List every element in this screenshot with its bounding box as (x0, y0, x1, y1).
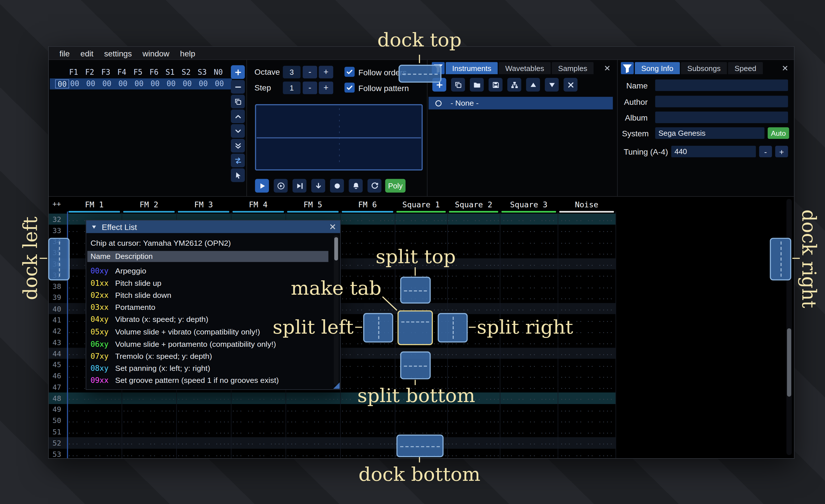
pattern-cell[interactable]: ... .. .. .... (122, 415, 176, 426)
menu-settings[interactable]: settings (99, 49, 137, 58)
pattern-cell[interactable]: ... .. .. .... (176, 404, 231, 415)
songinfo-tab-song-info[interactable]: Song Info (635, 62, 680, 74)
pattern-cell[interactable]: ... .. .. .... (447, 448, 500, 458)
pattern-cell[interactable]: ... .. .. .... (231, 415, 286, 426)
pattern-cell[interactable]: ... .. .. .... (340, 303, 395, 314)
order-cell[interactable]: 00 (86, 79, 102, 88)
order-cell[interactable]: 00 (70, 79, 86, 88)
cursor-button[interactable] (231, 168, 245, 182)
instrument-list-item[interactable]: - None - (429, 97, 613, 109)
pattern-cell[interactable]: ... .. .. .... (122, 437, 176, 448)
effect-row[interactable]: 09xxSet groove pattern (speed 1 if no gr… (87, 374, 332, 387)
effect-row[interactable]: 07xyTremolo (x: speed; y: depth) (87, 350, 332, 362)
tuning-input[interactable]: 440 (671, 146, 756, 157)
pattern-cell[interactable]: ... .. .. .... (286, 437, 340, 448)
pattern-scrollbar[interactable] (786, 199, 792, 455)
pattern-cell[interactable]: ... .. .. .... (500, 415, 558, 426)
step-row-button[interactable] (311, 179, 325, 193)
play-from-cursor-button[interactable] (293, 179, 306, 193)
dock-target-left[interactable] (48, 238, 70, 280)
pattern-cell[interactable]: ... .. .. .... (447, 281, 500, 292)
open-button[interactable] (470, 78, 484, 92)
channel-header[interactable]: Noise (558, 200, 616, 210)
pattern-cell[interactable]: ... .. .. .... (500, 437, 558, 448)
pattern-cell[interactable]: ... .. .. .... (558, 359, 616, 370)
effect-row[interactable]: 00xyArpeggio (87, 265, 332, 277)
pattern-cell[interactable]: ... .. .. .... (447, 214, 500, 225)
menu-window[interactable]: window (137, 49, 175, 58)
pattern-cell[interactable]: ... .. .. .... (340, 348, 395, 359)
pattern-cell[interactable]: ... .. .. .... (286, 448, 340, 458)
pattern-cell[interactable]: ... .. .. .... (447, 303, 500, 314)
author-input[interactable] (655, 96, 788, 107)
play-button[interactable] (255, 179, 269, 193)
pattern-cell[interactable]: ... .. .. .... (500, 404, 558, 415)
pattern-cell[interactable]: ... .. .. .... (340, 225, 395, 236)
pattern-cell[interactable]: ... .. .. .... (176, 393, 231, 404)
pattern-cell[interactable]: ... .. .. .... (558, 258, 616, 269)
effect-list-titlebar[interactable]: Effect List (86, 221, 340, 233)
pattern-cell[interactable]: ... .. .. .... (340, 426, 395, 437)
menu-edit[interactable]: edit (75, 49, 99, 58)
pattern-cell[interactable]: ... .. .. .... (447, 415, 500, 426)
pattern-cell[interactable]: ... .. .. .... (500, 236, 558, 247)
pattern-cell[interactable]: ... .. .. .... (176, 448, 231, 458)
effect-row[interactable]: 06xyVolume slide + portamento (compatibi… (87, 338, 332, 350)
channel-header[interactable]: FM 1 (67, 200, 122, 210)
make-tab-target[interactable] (398, 311, 433, 345)
tuning-decrease-button[interactable]: - (759, 146, 772, 157)
pattern-cell[interactable]: ... .. .. .... (500, 359, 558, 370)
follow-orders-checkbox[interactable] (344, 67, 355, 77)
pattern-cell[interactable]: ... .. .. .... (500, 247, 558, 258)
pattern-cell[interactable]: ... .. .. .... (176, 437, 231, 448)
pattern-cell[interactable]: ... .. .. .... (500, 382, 558, 393)
pattern-cell[interactable]: ... .. .. .... (340, 415, 395, 426)
pattern-cell[interactable]: ... .. .. .... (447, 269, 500, 281)
pattern-cell[interactable]: ... .. .. .... (558, 382, 616, 393)
down-button[interactable] (545, 78, 559, 92)
pattern-cell[interactable]: ... .. .. .... (395, 214, 447, 225)
close-icon[interactable] (329, 223, 336, 231)
move-to-bottom-button[interactable] (231, 139, 245, 153)
swap-button[interactable] (231, 154, 245, 167)
dock-target-right[interactable] (770, 238, 791, 280)
pattern-cell[interactable]: ... .. .. .... (231, 404, 286, 415)
songinfo-tab-subsongs[interactable]: Subsongs (681, 62, 727, 74)
dock-target-top[interactable] (398, 65, 441, 82)
pattern-cell[interactable]: ... .. .. .... (286, 426, 340, 437)
pattern-cell[interactable]: ... .. .. .... (558, 393, 616, 404)
pattern-row-49[interactable]: 49... .. .. ....... .. .. ....... .. .. … (49, 404, 616, 415)
pattern-cell[interactable]: ... .. .. .... (340, 448, 395, 458)
songinfo-filter-button[interactable] (621, 62, 633, 74)
scrollbar-thumb[interactable] (787, 328, 791, 397)
pattern-cell[interactable]: ... .. .. .... (500, 258, 558, 269)
pattern-cell[interactable]: ... .. .. .... (558, 437, 616, 448)
pattern-cell[interactable]: ... .. .. .... (231, 426, 286, 437)
order-cell[interactable]: 00 (215, 79, 231, 88)
channel-header[interactable]: FM 6 (340, 200, 395, 210)
poly-button[interactable]: Poly (385, 179, 405, 193)
split-target-right[interactable] (438, 313, 468, 342)
instruments-tab-instruments[interactable]: Instruments (446, 62, 498, 74)
step-increase-button[interactable]: + (319, 82, 333, 94)
pattern-cell[interactable]: ... .. .. .... (122, 393, 176, 404)
pattern-cell[interactable]: ... .. .. .... (558, 348, 616, 359)
pattern-cell[interactable]: ... .. .. .... (176, 426, 231, 437)
pattern-cell[interactable]: ... .. .. .... (395, 225, 447, 236)
pattern-cell[interactable]: ... .. .. .... (558, 337, 616, 348)
pattern-cell[interactable]: ... .. .. .... (558, 281, 616, 292)
split-target-top[interactable] (400, 277, 431, 304)
channel-header[interactable]: Square 3 (500, 200, 558, 210)
system-auto-button[interactable]: Auto (768, 128, 789, 139)
step-value[interactable]: 1 (283, 82, 300, 94)
pattern-cell[interactable]: ... .. .. .... (231, 393, 286, 404)
pattern-cell[interactable]: ... .. .. .... (558, 269, 616, 281)
pattern-cell[interactable]: ... .. .. .... (67, 393, 122, 404)
pattern-cell[interactable]: ... .. .. .... (500, 292, 558, 303)
pattern-cell[interactable]: ... .. .. .... (340, 437, 395, 448)
effect-row[interactable]: 03xxPortamento (87, 301, 332, 314)
play-song-button[interactable] (274, 179, 288, 193)
pattern-cell[interactable]: ... .. .. .... (122, 426, 176, 437)
octave-decrease-button[interactable]: - (303, 66, 317, 78)
channel-header[interactable]: FM 3 (176, 200, 231, 210)
